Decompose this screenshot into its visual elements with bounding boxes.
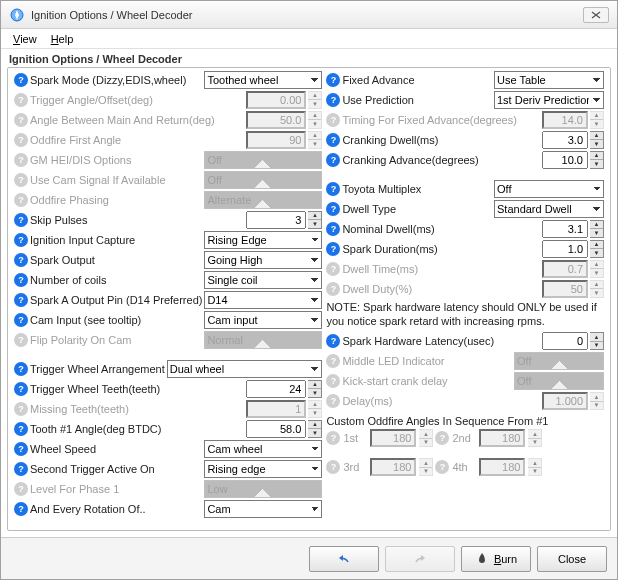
help-icon[interactable]: ? — [14, 502, 28, 516]
help-icon[interactable]: ? — [14, 213, 28, 227]
label: Use Cam Signal If Available — [30, 174, 202, 186]
label: Wheel Speed — [30, 443, 202, 455]
toyota-multiplex-select[interactable]: Off — [494, 180, 604, 198]
spark-hw-latency-input[interactable] — [542, 332, 588, 350]
row-delay-ms: ? Delay(ms) ▲▼ — [326, 392, 604, 411]
num-coils-select[interactable]: Single coil — [204, 271, 322, 289]
row-oddfire-phasing: ? Oddfire Phasing Alternate — [14, 190, 322, 209]
close-icon[interactable] — [583, 7, 609, 23]
help-icon[interactable]: ? — [14, 253, 28, 267]
row-dwell-type: ? Dwell Type Standard Dwell — [326, 199, 604, 218]
help-icon[interactable]: ? — [326, 202, 340, 216]
help-icon[interactable]: ? — [14, 273, 28, 287]
help-icon[interactable]: ? — [326, 182, 340, 196]
label: Ignition Input Capture — [30, 234, 202, 246]
help-icon: ? — [326, 354, 340, 368]
spinner[interactable]: ▲▼ — [308, 420, 322, 438]
spark-output-select[interactable]: Going High — [204, 251, 322, 269]
undo-button[interactable] — [309, 546, 379, 572]
spinner[interactable]: ▲▼ — [308, 380, 322, 398]
help-icon[interactable]: ? — [326, 73, 340, 87]
spark-a-pin-select[interactable]: D14 — [204, 291, 322, 309]
label: Dwell Duty(%) — [342, 283, 540, 295]
cranking-dwell-input[interactable] — [542, 131, 588, 149]
help-icon[interactable]: ? — [326, 242, 340, 256]
label: Dwell Time(ms) — [342, 263, 540, 275]
fixed-advance-select[interactable]: Use Table — [494, 71, 604, 89]
label: Oddfire First Angle — [30, 134, 244, 146]
help-icon[interactable]: ? — [326, 334, 340, 348]
redo-button — [385, 546, 455, 572]
help-icon[interactable]: ? — [326, 222, 340, 236]
help-icon[interactable]: ? — [14, 462, 28, 476]
spinner[interactable]: ▲▼ — [590, 220, 604, 238]
label: Cranking Advance(degrees) — [342, 154, 540, 166]
help-icon[interactable]: ? — [14, 233, 28, 247]
help-icon[interactable]: ? — [326, 93, 340, 107]
redo-icon — [413, 552, 427, 566]
help-icon[interactable]: ? — [14, 442, 28, 456]
row-angle-main-return: ? Angle Between Main And Return(deg) ▲▼ — [14, 110, 322, 129]
burn-button[interactable]: Burn — [461, 546, 531, 572]
window-title: Ignition Options / Wheel Decoder — [31, 9, 583, 21]
app-icon — [9, 7, 25, 23]
help-icon[interactable]: ? — [14, 382, 28, 396]
left-column: ? Spark Mode (Dizzy,EDIS,wheel) Toothed … — [14, 70, 322, 524]
help-icon[interactable]: ? — [14, 313, 28, 327]
spinner[interactable]: ▲▼ — [308, 211, 322, 229]
label: Oddfire Phasing — [30, 194, 202, 206]
spinner: ▲▼ — [590, 392, 604, 410]
help-icon: ? — [326, 394, 340, 408]
row-second-trigger: ? Second Trigger Active On Rising edge — [14, 459, 322, 478]
row-spark-output: ? Spark Output Going High — [14, 250, 322, 269]
skip-pulses-input[interactable] — [246, 211, 306, 229]
cranking-advance-input[interactable] — [542, 151, 588, 169]
spinner[interactable]: ▲▼ — [590, 240, 604, 258]
and-every-rot-select[interactable]: Cam — [204, 500, 322, 518]
spinner[interactable]: ▲▼ — [590, 131, 604, 149]
close-button[interactable]: Close — [537, 546, 607, 572]
trigger-wheel-arr-select[interactable]: Dual wheel — [167, 360, 323, 378]
help-icon[interactable]: ? — [326, 133, 340, 147]
label: Spark Hardware Latency(usec) — [342, 335, 540, 347]
label: 2nd — [452, 432, 476, 444]
help-icon[interactable]: ? — [14, 362, 28, 376]
spark-duration-input[interactable] — [542, 240, 588, 258]
label: Angle Between Main And Return(deg) — [30, 114, 244, 126]
spinner: ▲▼ — [308, 131, 322, 149]
oddfire-first-input — [246, 131, 306, 149]
titlebar: Ignition Options / Wheel Decoder — [1, 1, 617, 29]
wheel-speed-select[interactable]: Cam wheel — [204, 440, 322, 458]
label: Cam Input (see tooltip) — [30, 314, 202, 326]
help-icon: ? — [326, 374, 340, 388]
label: Flip Polarity On Cam — [30, 334, 202, 346]
use-prediction-select[interactable]: 1st Deriv Prediction — [494, 91, 604, 109]
nominal-dwell-input[interactable] — [542, 220, 588, 238]
delay-ms-input — [542, 392, 588, 410]
cam-input-select[interactable]: Cam input — [204, 311, 322, 329]
help-icon[interactable]: ? — [14, 73, 28, 87]
label: Spark Duration(ms) — [342, 243, 540, 255]
help-icon[interactable]: ? — [14, 422, 28, 436]
spinner: ▲▼ — [528, 458, 542, 476]
level-phase1-select: Low — [204, 480, 322, 498]
help-icon[interactable]: ? — [326, 153, 340, 167]
help-icon: ? — [435, 431, 449, 445]
dwell-type-select[interactable]: Standard Dwell — [494, 200, 604, 218]
menu-help[interactable]: Help — [45, 31, 80, 47]
spark-mode-select[interactable]: Toothed wheel — [204, 71, 322, 89]
middle-led-select: Off — [514, 352, 604, 370]
spinner[interactable]: ▲▼ — [590, 332, 604, 350]
tooth1-angle-input[interactable] — [246, 420, 306, 438]
label: Kick-start crank delay — [342, 375, 512, 387]
oddfire-phasing-select: Alternate — [204, 191, 322, 209]
trigger-wheel-teeth-input[interactable] — [246, 380, 306, 398]
second-trigger-select[interactable]: Rising edge — [204, 460, 322, 478]
label: Missing Teeth(teeth) — [30, 403, 244, 415]
help-icon[interactable]: ? — [14, 293, 28, 307]
ign-input-capture-select[interactable]: Rising Edge — [204, 231, 322, 249]
spinner[interactable]: ▲▼ — [590, 151, 604, 169]
menu-view[interactable]: View — [7, 31, 43, 47]
row-wheel-speed: ? Wheel Speed Cam wheel — [14, 439, 322, 458]
spinner: ▲▼ — [590, 280, 604, 298]
